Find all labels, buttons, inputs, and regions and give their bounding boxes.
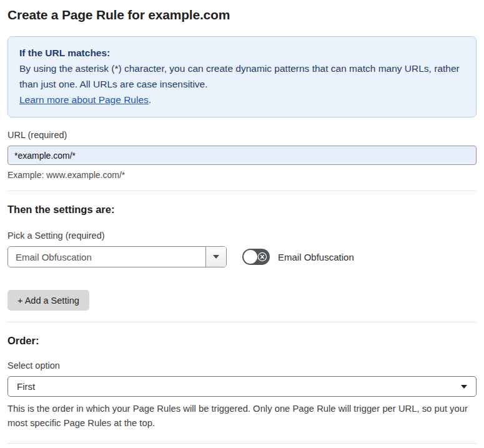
url-field-label: URL (required)	[7, 130, 477, 140]
settings-section-heading: Then the settings are:	[7, 204, 477, 216]
link-period: .	[149, 94, 151, 105]
page-rule-form: Create a Page Rule for example.com If th…	[0, 0, 484, 448]
email-obfuscation-toggle[interactable]	[242, 249, 270, 265]
learn-more-link[interactable]: Learn more about Page Rules	[19, 94, 149, 105]
toggle-label: Email Obfuscation	[278, 252, 354, 262]
add-setting-button[interactable]: + Add a Setting	[7, 290, 89, 311]
order-select[interactable]: First	[7, 376, 477, 397]
pick-setting-label: Pick a Setting (required)	[7, 231, 477, 241]
order-section-heading: Order:	[7, 335, 477, 347]
toggle-off-x-icon	[257, 252, 267, 262]
info-box-body: By using the asterisk (*) character, you…	[19, 61, 465, 92]
info-box-heading: If the URL matches:	[19, 45, 465, 61]
order-select-value: First	[17, 381, 35, 392]
url-match-info-box: If the URL matches: By using the asteris…	[7, 36, 477, 117]
setting-controls-row: Email Obfuscation Email Obfuscation	[7, 246, 477, 267]
divider	[7, 322, 477, 322]
setting-dropdown[interactable]: Email Obfuscation	[7, 246, 227, 267]
order-helper-text: This is the order in which your Page Rul…	[7, 402, 477, 431]
divider	[7, 443, 477, 444]
setting-dropdown-value: Email Obfuscation	[8, 247, 205, 267]
setting-dropdown-arrow-button[interactable]	[205, 247, 226, 267]
info-box-link-line: Learn more about Page Rules.	[19, 92, 465, 107]
url-example-helper: Example: www.example.com/*	[7, 170, 477, 180]
divider	[7, 191, 477, 191]
page-title: Create a Page Rule for example.com	[7, 7, 477, 22]
caret-down-icon	[213, 255, 219, 259]
toggle-knob	[244, 250, 257, 264]
chevron-down-icon	[461, 385, 467, 389]
url-input[interactable]	[7, 146, 477, 165]
order-select-label: Select option	[7, 361, 477, 371]
